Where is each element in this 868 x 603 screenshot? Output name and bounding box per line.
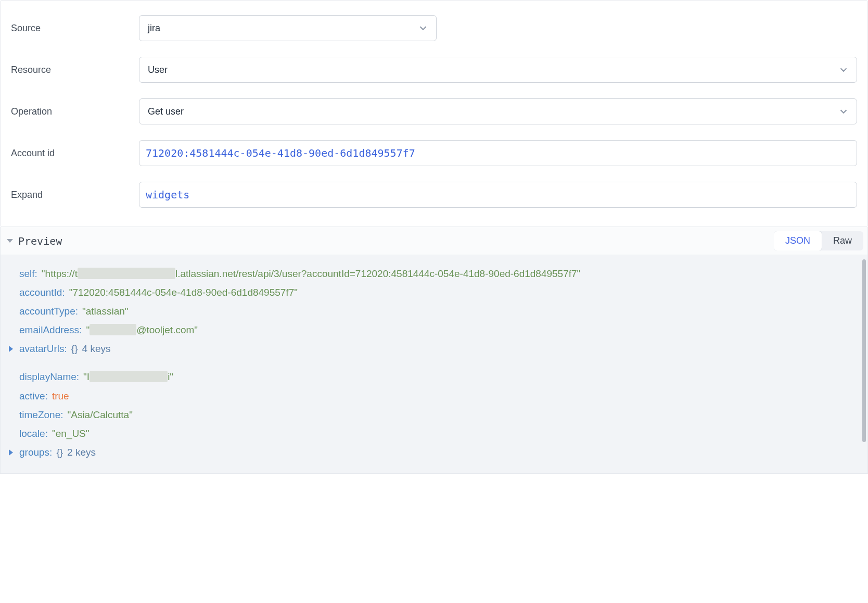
json-value: "712020:4581444c-054e-41d8-90ed-6d1d8495… [69,283,298,302]
query-form: Source jira Resource User Operation Get … [0,0,868,227]
resource-row: Resource User [11,57,857,83]
account-id-row: Account id 712020:4581444c-054e-41d8-90e… [11,140,857,166]
operation-select[interactable]: Get user [139,98,857,124]
json-value: true [52,387,69,406]
chevron-down-icon [417,22,429,34]
resource-select[interactable]: User [139,57,857,83]
tab-raw[interactable]: Raw [822,231,863,250]
json-key: avatarUrls [19,340,65,358]
json-key: accountType [19,302,75,321]
redacted-block [90,371,168,382]
json-row-timezone: timeZone: "Asia/Calcutta" [6,406,862,424]
json-key: self [19,265,35,283]
source-select[interactable]: jira [139,15,437,41]
preview-header: Preview JSON Raw [1,227,867,255]
expand-row: Expand widgets [11,182,857,208]
chevron-down-icon [838,64,849,76]
expand-value: widgets [146,189,189,201]
resource-label: Resource [11,65,139,76]
json-row-emailaddress: emailAddress: "@tooljet.com" [6,321,862,340]
json-row-self: self: "https://tl.atlassian.net/rest/api… [6,265,862,283]
json-braces: {} [56,443,63,462]
resource-value: User [148,65,168,76]
json-key: active [19,387,45,406]
json-keys-count: 4 keys [82,340,111,358]
json-value: "@tooljet.com" [86,321,198,340]
redacted-block [78,268,175,279]
json-key: groups [19,443,49,462]
json-key: accountId [19,283,62,302]
json-viewer[interactable]: self: "https://tl.atlassian.net/rest/api… [1,255,867,473]
json-row-displayname: displayName: "Ii" [6,368,862,386]
source-label: Source [11,23,139,34]
operation-row: Operation Get user [11,98,857,124]
json-value: "atlassian" [82,302,128,321]
json-value: "en_US" [52,424,90,443]
expand-arrow-icon [9,449,13,456]
source-row: Source jira [11,15,857,41]
account-id-value: 712020:4581444c-054e-41d8-90ed-6d1d84955… [146,147,415,159]
json-key: emailAddress [19,321,79,340]
preview-section: Preview JSON Raw self: "https://tl.atlas… [0,227,868,474]
json-row-active: active: true [6,387,862,406]
scrollbar[interactable] [862,259,866,442]
json-braces: {} [71,340,78,358]
json-row-avatarurls[interactable]: avatarUrls: {} 4 keys [6,340,862,358]
json-value: "Ii" [83,368,173,386]
preview-toggle-button[interactable]: Preview [7,235,62,247]
account-id-input[interactable]: 712020:4581444c-054e-41d8-90ed-6d1d84955… [139,140,857,166]
source-value: jira [148,23,160,34]
json-row-locale: locale: "en_US" [6,424,862,443]
triangle-down-icon [7,239,13,243]
json-row-accountid: accountId: "712020:4581444c-054e-41d8-90… [6,283,862,302]
json-value: "https://tl.atlassian.net/rest/api/3/use… [42,265,581,283]
preview-title: Preview [18,235,62,247]
preview-mode-toggle: JSON Raw [774,231,863,250]
json-row-groups[interactable]: groups: {} 2 keys [6,443,862,462]
operation-label: Operation [11,106,139,117]
json-key: locale [19,424,45,443]
account-id-label: Account id [11,148,139,159]
json-key: timeZone [19,406,60,424]
redacted-block [90,324,136,335]
expand-arrow-icon [9,346,13,352]
chevron-down-icon [838,106,849,117]
json-keys-count: 2 keys [67,443,96,462]
tab-json[interactable]: JSON [774,231,822,250]
expand-label: Expand [11,190,139,200]
expand-input[interactable]: widgets [139,182,857,208]
json-row-accounttype: accountType: "atlassian" [6,302,862,321]
json-key: displayName [19,368,76,386]
json-value: "Asia/Calcutta" [67,406,132,424]
operation-value: Get user [148,106,184,117]
